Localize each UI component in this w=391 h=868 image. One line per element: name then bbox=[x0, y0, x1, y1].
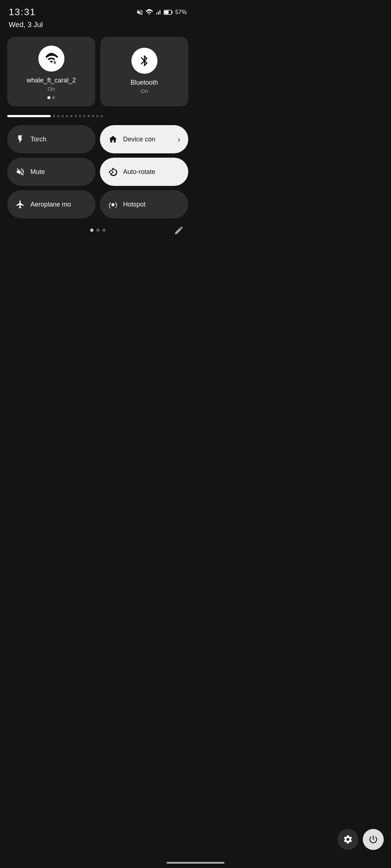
bottom-dot-3 bbox=[102, 229, 106, 232]
svg-text:6: 6 bbox=[54, 60, 56, 65]
auto-rotate-tile[interactable]: Auto-rotate bbox=[100, 158, 188, 186]
status-date: Wed, 3 Jul bbox=[0, 21, 196, 33]
quick-settings-grid: Torch Device con › Mute Auto-rotate Aero… bbox=[0, 122, 196, 221]
battery-icon bbox=[164, 10, 173, 15]
ind-dot-4 bbox=[66, 115, 68, 117]
wifi-dot-2 bbox=[52, 96, 55, 99]
device-controls-label: Device con bbox=[123, 136, 155, 143]
page-indicator bbox=[0, 110, 196, 122]
wifi-tile-name: whale_ft_caral_2 bbox=[26, 77, 76, 84]
wifi-tile-icon-circle: 6 bbox=[38, 46, 64, 72]
bluetooth-tile-name: Bluetooth bbox=[130, 79, 158, 86]
aeroplane-label: Aeroplane mo bbox=[30, 201, 71, 208]
signal-icon bbox=[155, 9, 161, 16]
ind-dot-10 bbox=[92, 115, 94, 117]
wifi-icon bbox=[146, 9, 153, 16]
ind-dot-2 bbox=[57, 115, 59, 117]
device-controls-tile[interactable]: Device con › bbox=[100, 125, 188, 153]
pencil-icon bbox=[174, 225, 184, 235]
aeroplane-tile[interactable]: Aeroplane mo bbox=[7, 190, 96, 218]
indicator-bar bbox=[7, 115, 51, 117]
ind-dot-12 bbox=[101, 115, 103, 117]
status-bar: 13:31 57% bbox=[0, 0, 196, 21]
wifi-tile[interactable]: 6 whale_ft_caral_2 On bbox=[7, 37, 95, 106]
rotate-icon bbox=[108, 167, 118, 177]
bottom-dot-1 bbox=[90, 229, 93, 232]
status-time: 13:31 bbox=[9, 7, 36, 18]
hotspot-label: Hotspot bbox=[123, 201, 146, 208]
hotspot-tile[interactable]: Hotspot bbox=[100, 190, 188, 218]
ind-dot-9 bbox=[88, 115, 90, 117]
ind-dot-11 bbox=[96, 115, 98, 117]
mute-qs-icon bbox=[15, 167, 25, 177]
svg-rect-2 bbox=[172, 11, 173, 13]
battery-percent: 57% bbox=[175, 9, 187, 16]
wifi-tile-dots bbox=[47, 96, 55, 99]
ind-dot-5 bbox=[70, 115, 72, 117]
bottom-dots bbox=[90, 229, 106, 232]
bottom-indicator-bar bbox=[0, 221, 196, 235]
mute-icon bbox=[136, 9, 143, 16]
ind-dot-7 bbox=[79, 115, 81, 117]
hotspot-icon bbox=[108, 199, 118, 209]
bluetooth-tile-status: On bbox=[140, 88, 148, 94]
tiles-container: 6 whale_ft_caral_2 On Bluetooth On bbox=[0, 33, 196, 110]
wifi-dot-1 bbox=[47, 96, 50, 99]
ind-dot-1 bbox=[53, 115, 55, 117]
status-icons: 57% bbox=[136, 9, 187, 16]
auto-rotate-label: Auto-rotate bbox=[123, 168, 155, 176]
torch-tile[interactable]: Torch bbox=[7, 125, 96, 153]
wifi-tile-status: On bbox=[47, 86, 55, 92]
mute-tile[interactable]: Mute bbox=[7, 158, 96, 186]
svg-rect-1 bbox=[164, 10, 168, 14]
wifi-tile-icon: 6 bbox=[45, 52, 58, 65]
bluetooth-tile-icon-circle bbox=[131, 48, 157, 74]
device-controls-arrow: › bbox=[178, 135, 180, 144]
ind-dot-6 bbox=[75, 115, 77, 117]
plane-icon bbox=[15, 199, 25, 209]
bluetooth-tile-icon bbox=[138, 54, 151, 67]
ind-dot-3 bbox=[62, 115, 64, 117]
ind-dot-8 bbox=[83, 115, 85, 117]
bottom-dot-2 bbox=[96, 229, 100, 232]
bluetooth-tile[interactable]: Bluetooth On bbox=[100, 37, 188, 106]
edit-button[interactable] bbox=[171, 222, 187, 238]
torch-icon bbox=[15, 134, 25, 144]
home-icon bbox=[108, 134, 118, 144]
mute-label: Mute bbox=[30, 168, 45, 176]
torch-label: Torch bbox=[30, 136, 46, 143]
